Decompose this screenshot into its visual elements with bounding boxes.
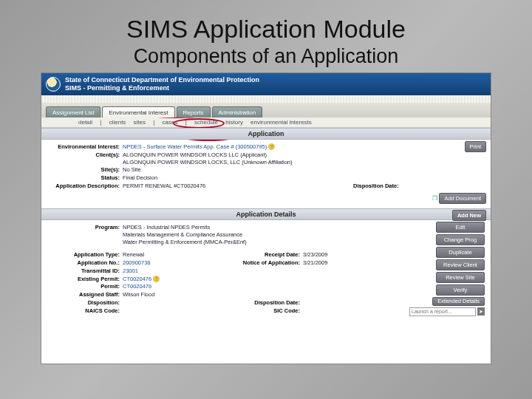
tab-administration[interactable]: Administration (212, 106, 263, 117)
receipt-date-label: Receipt Date: (222, 251, 303, 259)
document-icon[interactable] (432, 195, 437, 202)
extended-details-button[interactable]: Extended Details (432, 297, 485, 306)
disposition-value (123, 299, 222, 307)
dispdate2-label: Disposition Date: (222, 299, 303, 307)
permit-label: Permit: (46, 283, 123, 290)
state-seal-icon (46, 77, 61, 92)
program-value-3: Water Permitting & Enforcement (MMCA-Per… (123, 239, 398, 246)
status-value: Final Decision (123, 174, 486, 182)
clients-label: Client(s): (46, 151, 123, 166)
edit-button[interactable]: Edit (436, 222, 485, 233)
launch-report-control: ➤ (409, 307, 485, 316)
staff-label: Assigned Staff: (46, 291, 123, 299)
apptype-value: Renewal (123, 251, 222, 259)
review-site-button[interactable]: Review Site (436, 272, 485, 283)
slide-subtitle: Components of an Application (35, 45, 497, 68)
transmittal-link[interactable]: 23001 (123, 267, 138, 274)
review-client-button[interactable]: Review Client (436, 259, 485, 270)
print-button[interactable]: Print (465, 141, 486, 152)
disposition-label: Disposition: (46, 299, 123, 307)
subtab-sites[interactable]: sites (134, 119, 146, 126)
banner-line2: SIMS - Permitting & Enforcement (65, 84, 259, 92)
verify-button[interactable]: Verify (436, 284, 485, 296)
primary-tabs: Assignment List Environmental Interest R… (41, 103, 491, 117)
tab-reports[interactable]: Reports (177, 106, 211, 117)
existing-permit-label: Existing Permit: (46, 276, 123, 283)
application-section-bar: Application (41, 128, 491, 140)
launch-report-go-icon[interactable]: ➤ (477, 307, 485, 316)
naics-label: NAICS Code: (46, 307, 123, 315)
sites-value: No Site (123, 166, 486, 174)
slide-title: SIMS Application Module (35, 15, 497, 44)
client-value-2: ALGONQUIN POWER WINDSOR LOCKS, LLC (Unkn… (123, 159, 486, 166)
help-icon[interactable] (153, 276, 160, 282)
transmittal-label: Transmittal ID: (46, 267, 123, 275)
staff-value: Wilson Flood (123, 291, 222, 299)
program-label: Program: (46, 224, 123, 245)
naics-value (123, 307, 222, 315)
status-label: Status: (46, 174, 123, 182)
sic-value (303, 307, 398, 315)
env-interest-link[interactable]: NPDES - Surface Water Permits App. Case … (123, 143, 267, 150)
application-details-section-bar: Application Details Add New (41, 208, 491, 220)
appdesc-label: Application Description: (46, 183, 123, 190)
permit-link[interactable]: CT0020476 (123, 283, 151, 290)
decorative-strip (41, 95, 491, 103)
appdesc-value: PERMIT RENEWAL #CT0020476 (123, 183, 353, 190)
existing-permit-link[interactable]: CT0020476 (123, 276, 151, 282)
subtab-clients[interactable]: clients (109, 119, 126, 126)
env-interest-label: Environmental Interest: (46, 143, 123, 151)
add-new-button[interactable]: Add New (452, 210, 486, 221)
banner-line1: State of Connecticut Department of Envir… (65, 76, 259, 84)
tab-assignment-list[interactable]: Assignment List (46, 106, 100, 117)
app-banner: State of Connecticut Department of Envir… (41, 73, 491, 95)
env-interest-value: NPDES - Surface Water Permits App. Case … (123, 143, 486, 151)
add-document-button[interactable]: Add Document (439, 193, 486, 204)
subtab-history[interactable]: history (225, 119, 243, 126)
notice-value: 3/21/2009 (303, 259, 398, 267)
launch-report-input[interactable] (409, 307, 476, 316)
subtab-env-interests[interactable]: environmental interests (250, 119, 312, 126)
help-icon[interactable] (268, 143, 275, 150)
appno-link[interactable]: 200900738 (123, 259, 151, 266)
receipt-date-value: 3/23/2009 (303, 251, 398, 259)
change-prog-button[interactable]: Change Prog (436, 234, 485, 245)
dispdate-label: Disposition Date: (353, 183, 402, 189)
detail-action-buttons: Edit Change Prog Duplicate Review Client… (409, 222, 485, 316)
subtab-schedule[interactable]: schedule (194, 119, 218, 126)
sub-tabs: detail | clients sites | cases | schedul… (41, 117, 491, 128)
sims-application-window: State of Connecticut Department of Envir… (41, 72, 491, 364)
tab-environmental-interest[interactable]: Environmental Interest (102, 106, 174, 117)
client-value-1: ALGONQUIN POWER WINDSOR LOCKS LLC (Appli… (123, 151, 486, 159)
sic-label: SIC Code: (222, 307, 303, 315)
apptype-label: Application Type: (46, 251, 123, 259)
appno-label: Application No.: (46, 259, 123, 267)
program-value-1: NPDES - Industrial NPDES Permits (123, 224, 398, 231)
subtab-cases[interactable]: cases (163, 119, 178, 126)
duplicate-button[interactable]: Duplicate (436, 247, 485, 258)
notice-label: Notice of Application: (222, 259, 303, 267)
subtab-detail[interactable]: detail (78, 119, 92, 126)
sites-label: Site(s): (46, 166, 123, 174)
program-value-2: Materials Management & Compliance Assura… (123, 231, 398, 239)
dispdate2-value (303, 299, 398, 307)
